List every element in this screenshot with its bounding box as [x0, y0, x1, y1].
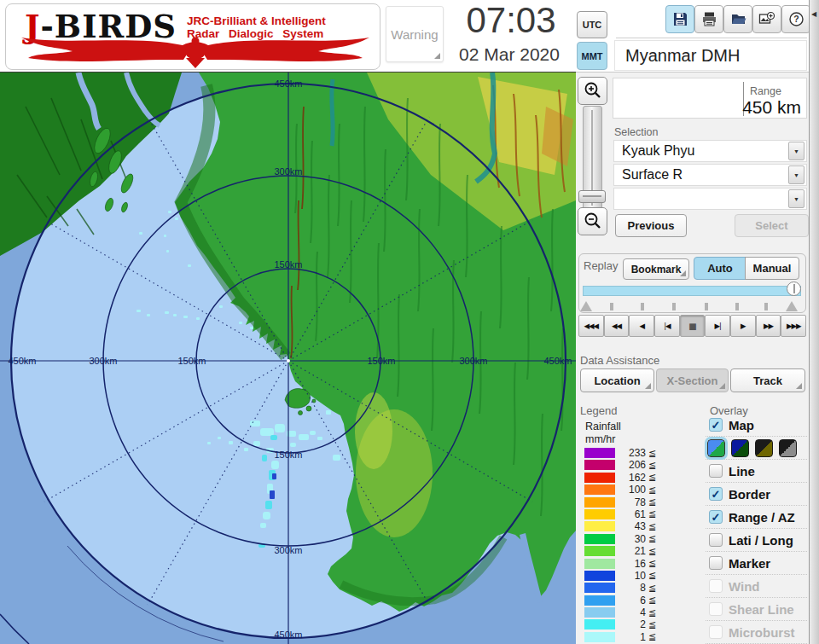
playback-forward-fast[interactable]: ▶▶ [756, 315, 781, 337]
overlay-item-microburst[interactable]: ✓Microburst [706, 621, 807, 644]
station-select[interactable]: Kyauk Phyu ▼ [613, 140, 807, 162]
playback-play-backward[interactable]: ◀ [629, 315, 654, 337]
zoom-out-icon [582, 211, 604, 233]
utc-button[interactable]: UTC [577, 11, 607, 38]
overlay-item-line[interactable]: ✓Line [706, 460, 807, 483]
control-panel: Range 450 km Selection Kyauk Phyu ▼ Surf… [576, 73, 809, 644]
radar-map[interactable]: 450km 300km 150km 150km 300km 450km 450k… [0, 73, 576, 644]
overlay-item-border[interactable]: ✓Border [706, 483, 807, 506]
legend-unit-2: mm/hr [585, 433, 615, 445]
legend-swatch [584, 521, 615, 531]
overlay-item-map[interactable]: ✓Map [706, 414, 807, 437]
legend-unit-1: Rainfall [585, 421, 621, 432]
replay-slider-track[interactable] [583, 286, 801, 296]
map-style-swatches [706, 437, 807, 460]
map-style-swatch[interactable] [731, 439, 749, 457]
playback-rewind-fastest[interactable]: ◀◀◀ [578, 315, 604, 337]
warning-button[interactable]: Warning [386, 6, 444, 62]
svg-text:150km: 150km [367, 356, 395, 366]
legend-row: 2≦ [584, 619, 656, 629]
map-style-swatch[interactable] [707, 439, 725, 457]
image-add-icon [758, 11, 775, 27]
mmt-button[interactable]: MMT [577, 42, 607, 70]
svg-text:300km: 300km [274, 545, 302, 555]
help-icon: ? [788, 11, 804, 27]
svg-text:150km: 150km [274, 259, 302, 270]
legend-row: 6≦ [584, 595, 656, 606]
legend-swatch [584, 448, 615, 458]
clock-date: 02 Mar 2020 [437, 44, 582, 65]
legend-row: 43≦ [584, 521, 656, 531]
playback-forward-fastest[interactable]: ▶▶▶ [781, 315, 806, 337]
header-separator [616, 38, 807, 38]
checkbox: ✓ [709, 510, 723, 524]
slider-tick [672, 303, 676, 310]
legend-swatch [584, 595, 615, 606]
printer-icon [701, 11, 717, 27]
legend-swatch [584, 583, 615, 593]
legend-swatch [584, 534, 615, 544]
product-select[interactable]: Surface R ▼ [613, 164, 807, 186]
playback-step-back[interactable]: |◀ [654, 315, 680, 337]
legend-rows: 233≦206≦162≦100≦78≦61≦43≦30≦21≦16≦10≦8≦6… [584, 448, 656, 644]
overlay-item-marker[interactable]: ✓Marker [706, 552, 807, 575]
checkbox: ✓ [709, 625, 723, 639]
legend-row: 206≦ [584, 460, 656, 470]
overlay-item-range-az[interactable]: ✓Range / AZ [706, 506, 807, 529]
slider-start-marker [580, 301, 592, 311]
help-button[interactable]: ? [781, 5, 810, 33]
auto-button[interactable]: Auto [694, 257, 746, 280]
x-section-button[interactable]: X-Section [656, 368, 729, 392]
select-button[interactable]: Select [735, 214, 809, 237]
zoom-out-button[interactable] [578, 207, 607, 235]
playback-play[interactable]: ▶ [730, 315, 756, 337]
previous-button[interactable]: Previous [615, 214, 687, 237]
legend-row: 8≦ [584, 583, 656, 593]
legend-row: 78≦ [584, 497, 656, 508]
option-select[interactable]: ▼ [613, 188, 807, 210]
capture-button[interactable] [752, 5, 781, 33]
overlay-item-shear-line[interactable]: ✓Shear Line [706, 598, 807, 621]
legend-swatch [584, 619, 615, 629]
legend-row: 61≦ [584, 509, 656, 519]
location-button[interactable]: Location [580, 368, 654, 392]
zoom-slider-thumb[interactable] [578, 190, 606, 203]
legend-swatch [584, 484, 615, 495]
chevron-down-icon[interactable]: ▼ [788, 165, 804, 184]
save-button[interactable] [665, 5, 694, 33]
warning-label: Warning [391, 27, 438, 42]
bookmark-button[interactable]: Bookmark [623, 258, 689, 280]
replay-slider-thumb[interactable] [787, 281, 801, 296]
legend-swatch [584, 632, 615, 642]
overlay-item-lati-long[interactable]: ✓Lati / Long [706, 529, 807, 552]
playback-rewind-fast[interactable]: ◀◀ [604, 315, 630, 337]
slider-tick [735, 303, 739, 310]
legend-swatch [584, 559, 615, 569]
zoom-in-button[interactable] [578, 77, 607, 105]
panel-splitter[interactable]: ◀ [809, 0, 819, 644]
chevron-down-icon[interactable]: ▼ [788, 189, 804, 208]
range-value: 450 km [716, 97, 801, 118]
legend-row: 16≦ [584, 559, 656, 569]
svg-text:300km: 300km [89, 356, 117, 366]
playback-step-forward[interactable]: ▶| [705, 315, 730, 337]
checkbox: ✓ [709, 602, 723, 616]
station-name: Myanmar DMH [614, 40, 807, 71]
manual-button[interactable]: Manual [745, 257, 799, 280]
map-style-swatch[interactable] [779, 439, 797, 457]
range-label: Range [750, 85, 781, 97]
overlay-item-wind[interactable]: ✓Wind [706, 575, 807, 598]
slider-tick [705, 303, 708, 310]
app-logo: J-BIRDS JRC-Brilliant & Intelligent Rada… [5, 3, 380, 70]
legend-row: 30≦ [584, 534, 656, 544]
chevron-down-icon[interactable]: ▼ [788, 142, 804, 160]
eagle-logo-icon [16, 35, 375, 69]
print-button[interactable] [694, 5, 723, 33]
map-style-swatch[interactable] [755, 439, 773, 457]
open-folder-button[interactable] [723, 5, 752, 33]
track-button[interactable]: Track [730, 368, 805, 392]
header-bar: J-BIRDS JRC-Brilliant & Intelligent Rada… [0, 0, 819, 73]
checkbox: ✓ [709, 556, 723, 570]
zoom-in-icon [582, 80, 604, 102]
playback-stop[interactable]: ■ [680, 315, 706, 337]
